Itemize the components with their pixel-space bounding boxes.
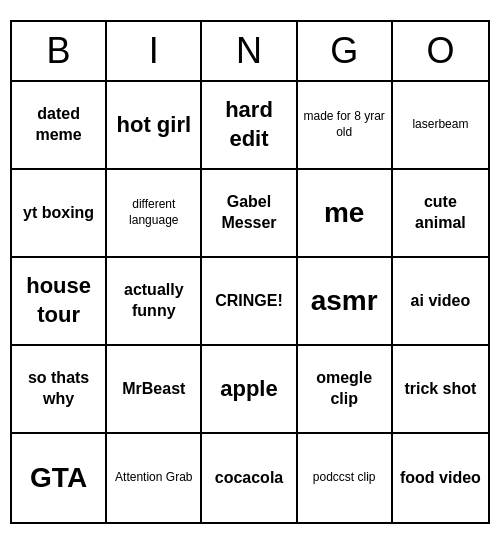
bingo-cell-15: so thats why <box>12 346 107 434</box>
bingo-cell-17: apple <box>202 346 297 434</box>
bingo-cell-11: actually funny <box>107 258 202 346</box>
bingo-cell-7: Gabel Messer <box>202 170 297 258</box>
header-letter-O: O <box>393 22 488 80</box>
bingo-cell-22: cocacola <box>202 434 297 522</box>
bingo-cell-4: laserbeam <box>393 82 488 170</box>
bingo-header: BINGO <box>12 22 488 82</box>
bingo-cell-10: house tour <box>12 258 107 346</box>
bingo-cell-8: me <box>298 170 393 258</box>
bingo-cell-24: food video <box>393 434 488 522</box>
bingo-cell-19: trick shot <box>393 346 488 434</box>
bingo-cell-9: cute animal <box>393 170 488 258</box>
bingo-cell-14: ai video <box>393 258 488 346</box>
header-letter-I: I <box>107 22 202 80</box>
bingo-cell-21: Attention Grab <box>107 434 202 522</box>
bingo-cell-16: MrBeast <box>107 346 202 434</box>
header-letter-G: G <box>298 22 393 80</box>
bingo-cell-13: asmr <box>298 258 393 346</box>
header-letter-N: N <box>202 22 297 80</box>
bingo-cell-6: different language <box>107 170 202 258</box>
bingo-cell-2: hard edit <box>202 82 297 170</box>
bingo-cell-5: yt boxing <box>12 170 107 258</box>
bingo-card: BINGO dated memehot girlhard editmade fo… <box>10 20 490 524</box>
bingo-cell-3: made for 8 yrar old <box>298 82 393 170</box>
bingo-cell-1: hot girl <box>107 82 202 170</box>
bingo-cell-12: CRINGE! <box>202 258 297 346</box>
header-letter-B: B <box>12 22 107 80</box>
bingo-cell-23: podccst clip <box>298 434 393 522</box>
bingo-grid: dated memehot girlhard editmade for 8 yr… <box>12 82 488 522</box>
bingo-cell-18: omegle clip <box>298 346 393 434</box>
bingo-cell-0: dated meme <box>12 82 107 170</box>
bingo-cell-20: GTA <box>12 434 107 522</box>
